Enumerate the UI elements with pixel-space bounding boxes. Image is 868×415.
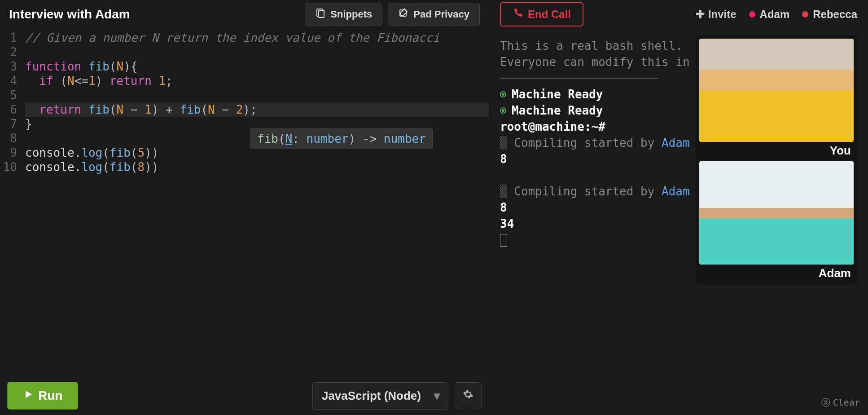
participant-rebecca[interactable]: Rebecca	[802, 8, 857, 21]
ready-dot-icon	[500, 91, 506, 97]
output-pane: End Call ✚ Invite Adam Rebecca This is a…	[489, 0, 868, 415]
video-strip: You Adam	[696, 35, 857, 285]
pad-privacy-button[interactable]: Pad Privacy	[388, 3, 480, 26]
code-line: 2	[0, 45, 489, 59]
signature-hint: fib(N: number) -> number	[250, 128, 433, 149]
plus-icon: ✚	[696, 8, 705, 21]
participant-adam[interactable]: Adam	[749, 8, 790, 21]
video-label: Adam	[699, 265, 854, 281]
svg-rect-1	[319, 10, 324, 18]
privacy-icon	[398, 8, 409, 21]
code-line: 6 return fib(N − 1) + fib(N − 2);	[0, 102, 489, 117]
code-line: 4 if (N<=1) return 1;	[0, 74, 489, 88]
snippets-label: Snippets	[330, 9, 372, 20]
pad-privacy-label: Pad Privacy	[413, 9, 469, 20]
code-content: return fib(N − 1) + fib(N − 2);	[25, 102, 489, 117]
code-editor[interactable]: 1// Given a number N return the index va…	[0, 29, 489, 376]
clear-icon: ⓧ	[821, 394, 830, 411]
phone-icon	[513, 8, 523, 21]
snippets-button[interactable]: Snippets	[305, 3, 382, 26]
end-call-button[interactable]: End Call	[500, 2, 583, 26]
ready-dot-icon	[500, 107, 506, 114]
editor-footer: Run JavaScript (Node)	[0, 376, 489, 415]
call-header: End Call ✚ Invite Adam Rebecca	[489, 0, 868, 29]
line-number: 9	[0, 146, 25, 160]
line-number: 2	[0, 45, 25, 59]
play-icon	[23, 389, 34, 403]
line-number: 3	[0, 59, 25, 74]
code-content: function fib(N){	[25, 59, 489, 74]
video-tile-you[interactable]: You	[699, 39, 854, 159]
line-number: 4	[0, 74, 25, 88]
video-thumbnail	[699, 39, 854, 142]
line-number: 8	[0, 131, 25, 146]
video-label: You	[699, 142, 854, 159]
editor-header: Interview with Adam Snippets Pad Privacy	[0, 0, 489, 29]
video-tile-adam[interactable]: Adam	[699, 161, 854, 281]
code-content	[25, 45, 489, 59]
language-select[interactable]: JavaScript (Node)	[312, 382, 448, 410]
terminal-cursor	[500, 234, 507, 247]
code-line: 10console.log(fib(8))	[0, 160, 489, 174]
end-call-label: End Call	[528, 8, 571, 21]
presence-dot-icon	[749, 11, 755, 18]
code-line: 1// Given a number N return the index va…	[0, 31, 489, 45]
code-content: // Given a number N return the index val…	[25, 31, 489, 45]
gear-icon	[463, 389, 473, 403]
editor-pane: Interview with Adam Snippets Pad Privacy…	[0, 0, 489, 415]
clear-button[interactable]: ⓧ Clear	[821, 394, 860, 411]
code-content: console.log(fib(8))	[25, 160, 489, 174]
line-number: 7	[0, 117, 25, 131]
language-label: JavaScript (Node)	[322, 389, 421, 402]
invite-button[interactable]: ✚ Invite	[696, 8, 736, 21]
snippets-icon	[315, 8, 326, 21]
line-number: 10	[0, 160, 25, 174]
code-content: if (N<=1) return 1;	[25, 74, 489, 88]
presence-dot-icon	[802, 11, 808, 18]
video-thumbnail	[699, 161, 854, 265]
code-content	[25, 88, 489, 102]
settings-button[interactable]	[455, 382, 482, 409]
run-label: Run	[38, 389, 62, 403]
invite-label: Invite	[708, 8, 736, 21]
line-number: 1	[0, 31, 25, 45]
line-number: 5	[0, 88, 25, 102]
line-number: 6	[0, 102, 25, 117]
code-line: 5	[0, 88, 489, 102]
code-line: 3function fib(N){	[0, 59, 489, 74]
run-button[interactable]: Run	[7, 382, 78, 410]
session-title: Interview with Adam	[9, 7, 299, 22]
